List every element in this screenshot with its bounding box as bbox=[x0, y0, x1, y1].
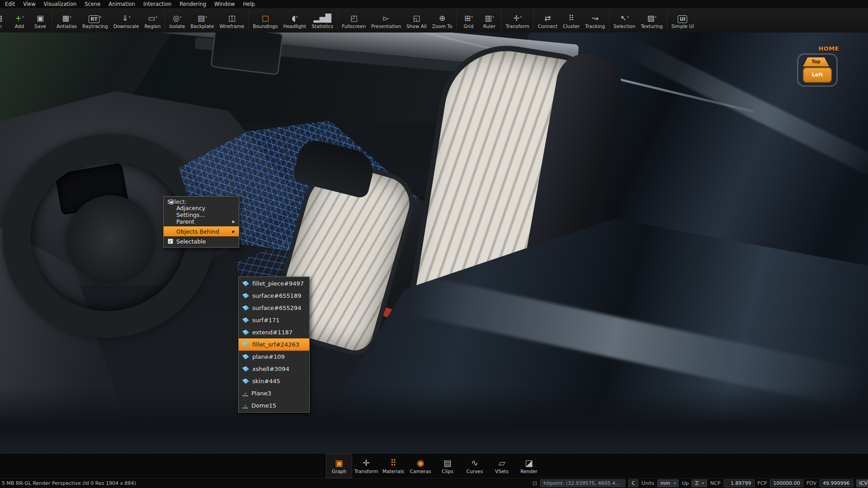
render-rearview-mirror bbox=[210, 33, 283, 75]
menu-item[interactable]: Window bbox=[210, 0, 239, 8]
fcp-value[interactable]: 100000.00 bbox=[770, 479, 803, 487]
toolbar-button[interactable]: ◖▾ Headlight bbox=[281, 11, 309, 29]
fov-value[interactable]: 49.999996 bbox=[820, 479, 853, 487]
toolbar-button[interactable]: ⇄▾ Connect bbox=[535, 11, 560, 29]
toolbar-button-label: Backplate bbox=[190, 23, 214, 29]
toolbar-button[interactable]: ⠿▾ Cluster bbox=[560, 11, 582, 29]
home-button[interactable]: HOME bbox=[795, 45, 840, 52]
toolbar-button[interactable]: ▂▅█▾ Statistics bbox=[309, 11, 336, 29]
units-label: Units bbox=[642, 480, 654, 486]
ncp-label: NCP bbox=[710, 480, 721, 486]
object-menu-item[interactable]: fillet_piece#9497 bbox=[239, 277, 309, 290]
viewport-3d-render[interactable] bbox=[0, 33, 868, 454]
dock-button[interactable]: ⠿ Materials bbox=[380, 454, 406, 478]
object-menu-item[interactable]: plane#109 bbox=[239, 351, 309, 363]
menu-item[interactable]: Edit bbox=[1, 0, 19, 8]
object-menu-item[interactable]: surface#655294 bbox=[239, 302, 309, 314]
nav-cube-body[interactable]: Top Left bbox=[797, 53, 838, 87]
menu-item-gadget: ✓ bbox=[167, 228, 174, 235]
snap-toggle[interactable]: C bbox=[628, 479, 638, 487]
menu-item[interactable]: Rendering bbox=[175, 0, 210, 8]
toolbar-button[interactable]: RT▾ Raytracing bbox=[80, 11, 111, 29]
menu-item[interactable]: Help bbox=[239, 0, 259, 8]
render-dashboard bbox=[0, 91, 298, 286]
toolbar-button-icon: ▤▾ bbox=[198, 12, 207, 23]
toolbar-button[interactable]: ▤▾ en bbox=[0, 11, 9, 29]
toolbar-button[interactable]: □▾ Boundings bbox=[250, 11, 280, 29]
dock-button[interactable]: ▤ Clips bbox=[434, 454, 461, 478]
toolbar-button[interactable]: ↝▾ Tracking bbox=[582, 11, 608, 29]
toolbar-button: ▾ bbox=[501, 10, 501, 30]
toolbar-button-icon: ◫▾ bbox=[228, 12, 236, 23]
toolbar-button-icon: ▂▅█▾ bbox=[314, 12, 331, 23]
dock-button[interactable]: ◉ Cameras bbox=[407, 454, 434, 478]
up-axis-select[interactable]: Z ▾ bbox=[692, 479, 707, 487]
fcp-label: FCP bbox=[758, 480, 767, 486]
dock-button-icon: ▣ bbox=[335, 458, 343, 467]
bottom-module-bar: ▣ Graph ✛ Transform ⠿ Materials ◉ Camera… bbox=[0, 454, 868, 478]
toolbar-button[interactable]: ▻▾ Presentation bbox=[368, 11, 404, 29]
toolbar-button: ▾ bbox=[337, 10, 338, 30]
toolbar-button[interactable]: ◱▾ Show All bbox=[404, 11, 429, 29]
toolbar-button[interactable]: ▥▾ Ruler bbox=[479, 11, 500, 29]
toolbar-button[interactable]: ◰▾ Fullscreen bbox=[339, 11, 368, 29]
toolbar-button[interactable]: ⊕▾ Zoom To bbox=[429, 11, 455, 29]
object-menu-item-label: surface#655189 bbox=[252, 292, 302, 299]
toolbar-button: ▾ bbox=[52, 10, 52, 30]
context-menu-item[interactable]: ✓ Objects Behind ▶ bbox=[164, 226, 239, 236]
toolbar-button[interactable]: ◫▾ Wireframe bbox=[217, 11, 247, 29]
toolbar-button[interactable]: ▨▾ Texturing bbox=[638, 11, 665, 29]
toolbar-button[interactable]: ▣▾ Save bbox=[30, 11, 51, 29]
toolbar-button[interactable]: ▦▾ Antialias bbox=[54, 11, 80, 29]
cube-face-top[interactable]: Top bbox=[803, 57, 829, 66]
object-menu-item-label: skin#445 bbox=[252, 378, 280, 385]
object-type-icon bbox=[242, 342, 249, 347]
toolbar-button[interactable]: ⊞▾ Grid bbox=[458, 11, 479, 29]
icv-button[interactable]: ICV bbox=[856, 479, 868, 487]
menu-item[interactable]: Animation bbox=[104, 0, 139, 8]
toolbar-button[interactable]: ↖▾ Selection bbox=[611, 11, 638, 29]
dock-button[interactable]: ▱ VSets bbox=[489, 454, 515, 478]
toolbar-button[interactable]: +▾ Add bbox=[9, 11, 30, 29]
menu-item-label: Adjacency Settings... bbox=[176, 205, 230, 218]
object-menu-item[interactable]: surface#655189 bbox=[239, 290, 309, 302]
toolbar-button[interactable]: ◎▾ Isolate bbox=[166, 11, 188, 29]
cube-face-left[interactable]: Left bbox=[803, 67, 832, 83]
units-select[interactable]: mm ▾ bbox=[657, 479, 679, 487]
dock-button[interactable]: ◪ Render bbox=[516, 454, 542, 478]
up-axis-value: Z bbox=[695, 480, 698, 486]
toolbar-button-label: Ruler bbox=[483, 23, 495, 29]
toolbar-button-label: Downscale bbox=[113, 23, 139, 29]
dock-button[interactable]: ✛ Transform bbox=[353, 454, 379, 478]
toolbar-button[interactable]: ✛▾ Transform bbox=[503, 11, 532, 29]
dock-button[interactable]: ▣ Graph bbox=[326, 454, 352, 478]
ncp-value[interactable]: 1.89799 bbox=[724, 479, 755, 487]
chevron-down-icon: ▾ bbox=[156, 12, 157, 22]
menu-item[interactable]: View bbox=[19, 0, 39, 8]
chevron-down-icon: ▾ bbox=[296, 12, 298, 22]
dock-button-label: Render bbox=[520, 469, 537, 474]
dock-button[interactable]: ∿ Curves bbox=[462, 454, 488, 478]
menu-item[interactable]: Visualization bbox=[40, 0, 81, 8]
context-menu-item[interactable]: ✓ Selectable ▶ bbox=[164, 236, 239, 246]
object-menu-item[interactable]: fillet_srf#24263 bbox=[239, 338, 309, 351]
menu-item[interactable]: Scene bbox=[80, 0, 104, 8]
toolbar-button-label: Antialias bbox=[57, 23, 77, 29]
menu-item[interactable]: Interaction bbox=[139, 0, 175, 8]
view-navigation-cube[interactable]: HOME Top Left bbox=[795, 45, 840, 87]
object-menu-item[interactable]: Dome15 bbox=[239, 399, 309, 412]
toolbar-button-label: Headlight bbox=[283, 23, 307, 29]
context-menu-item[interactable]: ✓ Adjacency Settings... ▶ bbox=[164, 206, 239, 216]
object-menu-item[interactable]: extend#1187 bbox=[239, 326, 309, 338]
toolbar-button[interactable]: ▭▾ Region bbox=[142, 11, 163, 29]
toolbar-button-icon: ▨▾ bbox=[647, 12, 656, 23]
object-menu-item[interactable]: Plane3 bbox=[239, 387, 309, 399]
object-menu-item[interactable]: surf#171 bbox=[239, 314, 309, 326]
object-menu-item-label: extend#1187 bbox=[252, 329, 292, 336]
toolbar-button[interactable]: UI▾ Simple UI bbox=[669, 11, 697, 29]
toolbar-button[interactable]: ⇓▾ Downscale bbox=[111, 11, 142, 29]
toolbar-button[interactable]: ▤▾ Backplate bbox=[188, 11, 217, 29]
object-menu-item[interactable]: xshell#3094 bbox=[239, 363, 309, 375]
object-menu-item[interactable]: skin#445 bbox=[239, 375, 309, 387]
render-windshield-sky bbox=[0, 33, 868, 123]
